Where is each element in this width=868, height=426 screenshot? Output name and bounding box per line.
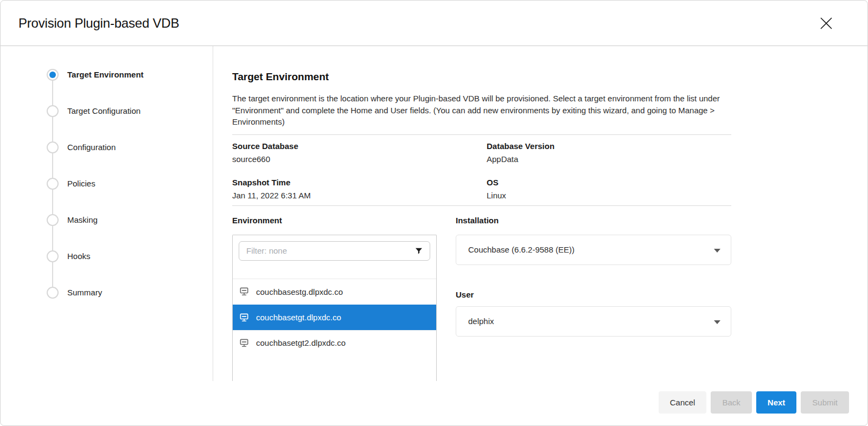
info-label: OS [487,178,731,187]
divider [232,205,731,206]
close-button[interactable] [818,15,835,32]
source-info-grid: Source Database source660 Database Versi… [232,135,731,205]
dialog-title: Provision Plugin-based VDB [18,16,179,31]
env-item-couchbasetgt2[interactable]: couchbasetgt2.dlpxdc.co [233,330,436,356]
step-target-environment[interactable]: Target Environment [1,56,213,93]
info-value: Jan 11, 2022 6:31 AM [232,191,487,200]
step-policies[interactable]: Policies [1,165,213,202]
submit-button[interactable]: Submit [801,391,849,414]
step-label: Target Environment [67,70,144,79]
env-item-label: couchbasestg.dlpxdc.co [256,287,343,296]
chevron-down-icon [714,320,720,324]
info-label: Database Version [487,141,731,151]
field-labels-row: Environment Installation [232,216,731,225]
info-database-version: Database Version AppData [487,141,731,164]
step-dot [47,287,59,299]
step-dot [47,214,59,226]
filter-funnel-icon[interactable] [414,247,423,257]
step-dot-active [47,69,59,81]
next-button[interactable]: Next [756,391,797,414]
step-summary[interactable]: Summary [1,274,213,311]
env-item-label: couchbasetgt.dlpxdc.co [256,313,341,322]
dialog-footer: Cancel Back Next Submit [1,381,867,425]
chevron-down-icon [714,249,720,253]
step-dot [47,105,59,117]
host-monitor-icon [239,286,250,297]
step-label: Hooks [67,251,91,261]
step-label: Policies [67,179,95,188]
wizard-stepper: Target Environment Target Configuration … [1,46,213,381]
env-item-couchbasestg[interactable]: couchbasestg.dlpxdc.co [233,279,436,305]
step-hooks[interactable]: Hooks [1,238,213,274]
environment-filter [233,235,436,261]
info-source-database: Source Database source660 [232,141,487,164]
environment-rows: couchbasestg.dlpxdc.co couchbasetgt.dlpx… [233,279,436,356]
step-dot [47,141,59,153]
step-dot [47,178,59,190]
close-icon [819,16,833,30]
env-item-label: couchbasetgt2.dlpxdc.co [256,338,346,347]
back-button[interactable]: Back [711,391,751,414]
host-monitor-icon [239,338,250,348]
installation-select[interactable]: Couchbase (6.6.2-9588 (EE)) [456,235,731,265]
host-monitor-icon [239,312,250,323]
info-value: AppData [487,154,731,164]
form-row: couchbasestg.dlpxdc.co couchbasetgt.dlpx… [232,235,731,382]
step-label: Configuration [67,143,116,152]
environment-list: couchbasestg.dlpxdc.co couchbasetgt.dlpx… [232,235,437,382]
step-configuration[interactable]: Configuration [1,129,213,165]
info-label: Snapshot Time [232,178,487,187]
main-content: Target Environment The target environmen… [213,46,867,381]
step-target-configuration[interactable]: Target Configuration [1,93,213,129]
user-select[interactable]: delphix [456,306,731,337]
dialog-body: Target Environment Target Configuration … [1,46,867,381]
info-label: Source Database [232,141,487,151]
env-item-couchbasetgt[interactable]: couchbasetgt.dlpxdc.co [233,305,436,330]
info-value: source660 [232,154,487,164]
step-masking[interactable]: Masking [1,202,213,238]
installation-selected-value: Couchbase (6.6.2-9588 (EE)) [468,245,575,254]
step-label: Target Configuration [67,106,141,115]
step-label: Masking [67,215,98,224]
section-title: Target Environment [232,71,731,83]
info-value: Linux [487,191,731,200]
provision-vdb-dialog: Provision Plugin-based VDB Target Enviro… [0,0,868,426]
installation-label: Installation [456,216,731,225]
environment-filter-input[interactable] [239,241,430,261]
user-selected-value: delphix [468,317,494,326]
cancel-button[interactable]: Cancel [659,391,707,414]
info-snapshot-time: Snapshot Time Jan 11, 2022 6:31 AM [232,178,487,200]
dialog-header: Provision Plugin-based VDB [1,1,867,46]
step-label: Summary [67,288,102,297]
user-label: User [456,290,731,299]
step-dot [47,250,59,262]
section-description: The target environment is the location w… [232,93,730,128]
environment-label: Environment [232,216,282,225]
info-os: OS Linux [487,178,731,200]
